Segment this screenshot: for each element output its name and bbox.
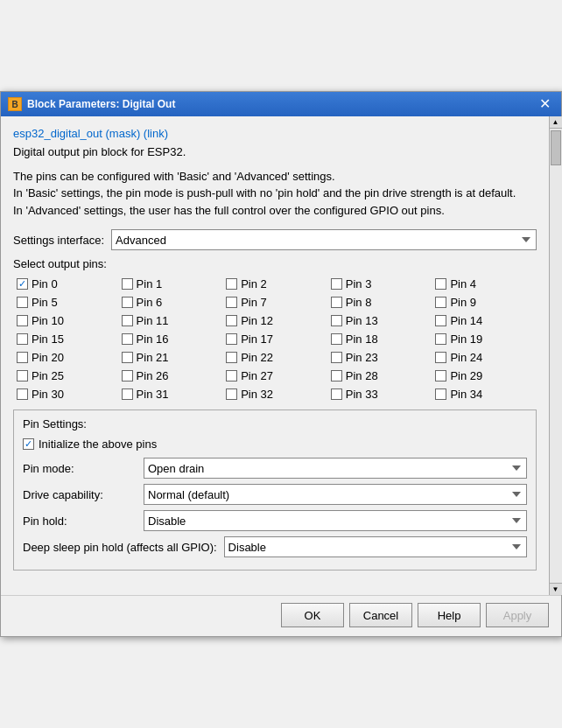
pin-checkbox-8[interactable]	[331, 297, 342, 308]
pin-item-3: Pin 3	[327, 276, 432, 292]
drive-cap-label: Drive capability:	[23, 488, 137, 501]
pin-mode-select[interactable]: Open drain Push-pull	[144, 458, 527, 479]
pin-label-8: Pin 8	[346, 296, 372, 309]
main-content-area: esp32_digital_out (mask) (link) Digital …	[1, 116, 549, 595]
pin-label-9: Pin 9	[450, 296, 476, 309]
pin-checkbox-28[interactable]	[331, 370, 342, 382]
pin-checkbox-27[interactable]	[226, 370, 237, 382]
pin-checkbox-23[interactable]	[331, 352, 342, 363]
pin-label-25: Pin 25	[32, 369, 64, 382]
pin-item-33: Pin 33	[327, 386, 432, 402]
window-title: Block Parameters: Digital Out	[27, 98, 175, 110]
help-button[interactable]: Help	[418, 603, 481, 627]
pin-checkbox-3[interactable]	[331, 278, 342, 290]
pin-item-12: Pin 12	[222, 312, 327, 329]
scroll-up-button[interactable]: ▲	[550, 116, 562, 129]
title-bar: B Block Parameters: Digital Out ✕	[1, 92, 561, 116]
pin-checkbox-14[interactable]	[435, 315, 446, 326]
settings-interface-row: Settings interface: Advanced Basic	[13, 229, 537, 250]
ok-button[interactable]: OK	[281, 603, 344, 627]
main-window: B Block Parameters: Digital Out ✕ esp32_…	[0, 91, 562, 637]
pin-checkbox-10[interactable]	[17, 315, 28, 326]
pin-item-29: Pin 29	[432, 368, 537, 384]
deep-sleep-label: Deep sleep pin hold (affects all GPIO):	[23, 541, 217, 554]
pin-item-7: Pin 7	[222, 294, 327, 311]
pin-checkbox-22[interactable]	[226, 352, 237, 363]
pin-label-0: Pin 0	[32, 277, 58, 290]
pin-checkbox-15[interactable]	[17, 333, 28, 345]
pin-checkbox-29[interactable]	[435, 370, 446, 382]
pin-item-1: Pin 1	[118, 276, 223, 292]
settings-interface-select[interactable]: Advanced Basic	[111, 229, 537, 250]
pin-checkbox-2[interactable]	[226, 278, 237, 290]
pin-item-21: Pin 21	[118, 349, 223, 366]
window-body: esp32_digital_out (mask) (link) Digital …	[1, 116, 561, 595]
pin-checkbox-24[interactable]	[435, 352, 446, 363]
scroll-thumb[interactable]	[551, 130, 561, 165]
desc-line3: The pins can be configured with 'Basic' …	[13, 170, 335, 183]
pin-checkbox-20[interactable]	[17, 352, 28, 363]
select-pins-label: Select output pins:	[13, 257, 537, 270]
init-checkbox[interactable]: ✓	[23, 438, 34, 450]
pin-checkbox-11[interactable]	[122, 315, 133, 326]
pin-item-22: Pin 22	[222, 349, 327, 366]
deep-sleep-select[interactable]: Disable Enable	[224, 536, 527, 557]
init-row: ✓ Initialize the above pins	[23, 438, 527, 451]
pin-settings-title: Pin Settings:	[23, 417, 527, 430]
apply-button[interactable]: Apply	[486, 603, 549, 627]
pin-checkbox-1[interactable]	[122, 278, 133, 290]
pin-checkbox-19[interactable]	[435, 333, 446, 345]
pin-checkbox-32[interactable]	[226, 388, 237, 400]
pin-hold-select[interactable]: Disable Enable	[144, 510, 527, 531]
pin-mode-label: Pin mode:	[23, 462, 137, 475]
pin-label-17: Pin 17	[241, 332, 273, 346]
pin-checkbox-12[interactable]	[226, 315, 237, 326]
pin-checkbox-7[interactable]	[226, 297, 237, 308]
scroll-down-button[interactable]: ▼	[550, 583, 562, 595]
pin-label-3: Pin 3	[346, 277, 372, 290]
pin-item-20: Pin 20	[13, 349, 118, 366]
pin-checkbox-9[interactable]	[435, 297, 446, 308]
pin-label-26: Pin 26	[137, 369, 169, 382]
pin-checkbox-13[interactable]	[331, 315, 342, 326]
cancel-button[interactable]: Cancel	[349, 603, 412, 627]
pin-checkbox-16[interactable]	[122, 333, 133, 345]
module-link[interactable]: esp32_digital_out (mask) (link)	[13, 127, 168, 140]
pin-checkbox-33[interactable]	[331, 388, 342, 400]
pin-item-11: Pin 11	[118, 312, 223, 329]
pin-item-34: Pin 34	[432, 386, 537, 402]
pin-checkbox-0[interactable]: ✓	[17, 278, 28, 290]
pin-checkbox-4[interactable]	[435, 278, 446, 290]
pin-checkbox-34[interactable]	[435, 388, 446, 400]
pin-label-2: Pin 2	[241, 277, 267, 290]
pin-item-10: Pin 10	[13, 312, 118, 329]
pin-checkbox-17[interactable]	[226, 333, 237, 345]
pin-checkbox-5[interactable]	[17, 297, 28, 308]
pin-label-34: Pin 34	[450, 388, 482, 401]
pin-label-22: Pin 22	[241, 351, 273, 364]
pin-settings-group: Pin Settings: ✓ Initialize the above pin…	[13, 410, 537, 570]
pin-label-1: Pin 1	[137, 277, 163, 290]
pin-checkbox-30[interactable]	[17, 388, 28, 400]
pin-label-29: Pin 29	[450, 369, 482, 382]
pin-checkbox-31[interactable]	[122, 388, 133, 400]
pin-item-25: Pin 25	[13, 368, 118, 384]
pin-item-19: Pin 19	[432, 331, 537, 347]
pin-label-6: Pin 6	[137, 296, 163, 309]
desc-block2: The pins can be configured with 'Basic' …	[13, 168, 537, 220]
pin-label-27: Pin 27	[241, 369, 273, 382]
drive-cap-select[interactable]: Normal (default) Weak Stronger Strongest	[144, 484, 527, 505]
button-bar: OK Cancel Help Apply	[1, 595, 561, 636]
init-label: Initialize the above pins	[39, 438, 157, 451]
pin-label-19: Pin 19	[450, 332, 482, 346]
pin-checkbox-25[interactable]	[17, 370, 28, 382]
pin-hold-label: Pin hold:	[23, 514, 137, 528]
pin-item-5: Pin 5	[13, 294, 118, 311]
pin-checkbox-21[interactable]	[122, 352, 133, 363]
close-button[interactable]: ✕	[536, 97, 554, 111]
pin-checkbox-18[interactable]	[331, 333, 342, 345]
vertical-scrollbar: ▲ ▼	[549, 116, 561, 595]
settings-interface-label: Settings interface:	[13, 234, 104, 247]
pin-checkbox-6[interactable]	[122, 297, 133, 308]
pin-checkbox-26[interactable]	[122, 370, 133, 382]
